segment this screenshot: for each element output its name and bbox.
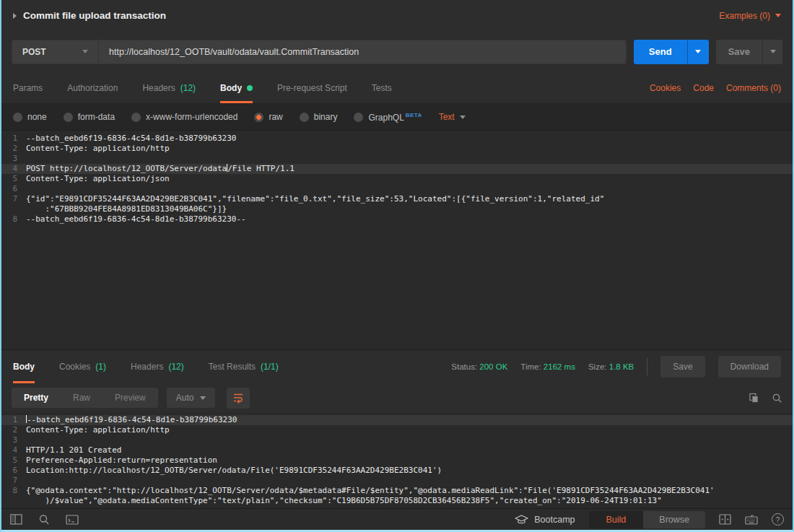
save-button[interactable]: Save [716, 40, 762, 64]
mode-none[interactable]: none [13, 112, 47, 122]
view-raw[interactable]: Raw [61, 388, 102, 408]
code-line: 5Content-Type: application/json [1, 174, 793, 184]
copy-button[interactable] [749, 393, 759, 404]
text-cursor [26, 415, 27, 423]
code-text [26, 476, 793, 486]
chevron-down-icon [775, 14, 781, 17]
code-text: )/$value","@odata.mediaContentType":"tex… [26, 496, 793, 506]
mode-graphql[interactable]: GraphQLBETA [354, 112, 422, 123]
tab-body[interactable]: Body [220, 72, 253, 103]
code-line: 4POST http://localhost/12_OOTB/Server/od… [1, 164, 793, 174]
examples-label: Examples (0) [719, 11, 770, 21]
wrap-text-icon [232, 392, 244, 404]
copy-icon [749, 393, 759, 404]
code-line: 2Content-Type: application/http [1, 425, 793, 435]
view-switcher: Pretty Raw Preview [12, 388, 158, 408]
code-text: :"67BBB9204FE84A8981ED8313049BA06C"}]} [26, 204, 793, 214]
graduation-cap-icon [515, 515, 528, 525]
code-line-wrap: )/$value","@odata.mediaContentType":"tex… [1, 496, 793, 506]
two-pane-view-button[interactable] [719, 514, 731, 525]
response-tab-cookies[interactable]: Cookies (1) [59, 350, 106, 383]
view-preview[interactable]: Preview [102, 388, 158, 408]
download-response-button[interactable]: Download [718, 356, 781, 378]
view-pretty[interactable]: Pretty [12, 388, 61, 408]
body-filled-dot [247, 85, 253, 91]
code-line: 8--batch_eebd6f19-6836-4c54-8d1e-b38799b… [1, 214, 793, 224]
save-response-button[interactable]: Save [660, 356, 704, 378]
wrap-text-button[interactable] [227, 388, 250, 409]
build-tab[interactable]: Build [589, 511, 644, 528]
response-body-viewer[interactable]: 1--batch_eebd6f19-6836-4c54-8d1e-b38799b… [1, 412, 793, 508]
code-text: Content-Type: application/http [26, 144, 793, 154]
browse-tab[interactable]: Browse [643, 511, 705, 528]
response-header: Body Cookies (1) Headers (12) Test Resul… [1, 349, 793, 383]
line-number: 4 [1, 164, 26, 174]
mode-x-www-form-urlencoded[interactable]: x-www-form-urlencoded [131, 112, 237, 122]
examples-dropdown[interactable]: Examples (0) [719, 11, 781, 21]
console-button[interactable] [66, 515, 79, 525]
help-icon: ? [776, 515, 780, 524]
size-label: Size: [588, 362, 607, 371]
url-input[interactable] [99, 40, 626, 64]
request-body-editor[interactable]: 1--batch_eebd6f19-6836-4c54-8d1e-b38799b… [1, 131, 793, 349]
line-number: 3 [1, 154, 26, 164]
raw-format-select[interactable]: Text [439, 112, 466, 122]
radio-icon [300, 113, 309, 122]
shortcuts-button[interactable] [745, 515, 758, 525]
radio-icon [13, 113, 22, 122]
search-icon [772, 393, 782, 404]
status-bar-right: Bootcamp Build Browse [515, 511, 784, 528]
tab-params[interactable]: Params [13, 72, 43, 103]
radio-icon [354, 113, 363, 122]
chevron-down-icon [460, 115, 466, 119]
search-response-button[interactable] [772, 393, 782, 404]
code-text: --batch_eebd6f19-6836-4c54-8d1e-b38799b6… [26, 134, 793, 144]
response-tab-body[interactable]: Body [13, 350, 35, 383]
tab-tests[interactable]: Tests [372, 72, 392, 103]
two-pane-layout-icon [719, 514, 731, 525]
code-text: --batch_eebd6f19-6836-4c54-8d1e-b38799b6… [26, 214, 793, 224]
send-button[interactable]: Send [634, 40, 687, 64]
bootcamp-button[interactable]: Bootcamp [515, 515, 575, 525]
cookies-count-badge: (1) [95, 362, 106, 372]
mode-form-data[interactable]: form-data [64, 112, 115, 122]
response-toolbar-right [749, 393, 782, 404]
mode-binary[interactable]: binary [300, 112, 338, 122]
tab-pre-request-script[interactable]: Pre-request Script [277, 72, 347, 103]
chevron-down-icon [200, 396, 206, 400]
response-tab-headers[interactable]: Headers (12) [131, 350, 184, 383]
sidebar-toggle-button[interactable] [10, 514, 22, 525]
code-text [26, 435, 793, 445]
search-icon [38, 514, 50, 526]
tab-authorization[interactable]: Authorization [67, 72, 118, 103]
response-toolbar: Pretty Raw Preview Auto [1, 383, 793, 412]
response-tab-test-results[interactable]: Test Results (1/1) [209, 350, 279, 383]
save-options-button[interactable] [762, 40, 782, 64]
body-mode-row: none form-data x-www-form-urlencoded raw… [1, 104, 793, 131]
console-icon [66, 515, 79, 525]
method-select[interactable]: POST [12, 40, 99, 64]
method-url-field: POST [12, 40, 627, 64]
cookies-link[interactable]: Cookies [650, 83, 681, 93]
tab-headers[interactable]: Headers (12) [142, 72, 196, 103]
response-headers-count-badge: (12) [168, 362, 183, 372]
code-text: Content-Type: application/http [26, 425, 793, 435]
language-select[interactable]: Auto [167, 388, 216, 408]
find-button[interactable] [38, 514, 50, 526]
comments-link[interactable]: Comments (0) [726, 83, 781, 93]
help-button[interactable]: ? [772, 513, 784, 526]
line-number: 8 [1, 214, 26, 224]
send-button-group: Send [634, 40, 709, 64]
code-text: HTTP/1.1 201 Created [26, 445, 793, 455]
line-number: 1 [1, 415, 26, 425]
code-text: Content-Type: application/json [26, 174, 793, 184]
code-line: 6 [1, 184, 793, 194]
code-text: Preference-Applied:return=representation [26, 455, 793, 466]
line-number: 2 [1, 144, 26, 154]
code-link[interactable]: Code [693, 83, 714, 93]
mode-raw[interactable]: raw [254, 112, 282, 122]
line-number [1, 204, 26, 214]
collapse-caret-icon[interactable] [13, 13, 17, 19]
send-options-button[interactable] [687, 40, 709, 64]
status-label: Status: [451, 362, 477, 371]
